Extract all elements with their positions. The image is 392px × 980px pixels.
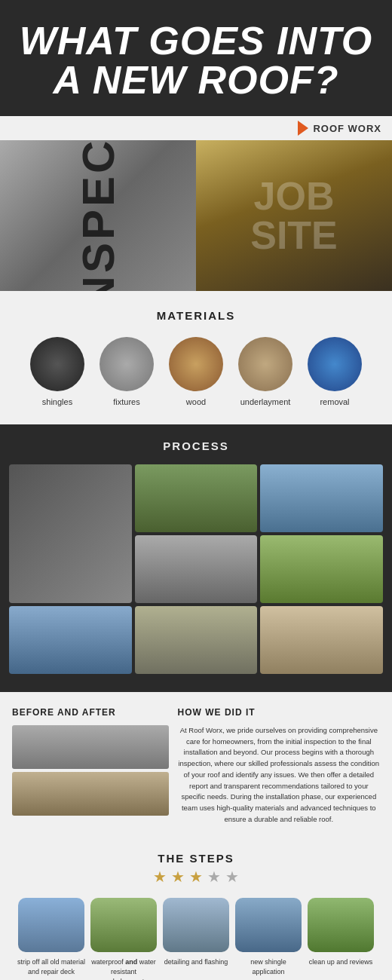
- step-4: new shingle application: [234, 898, 302, 980]
- step-2: waterproof and water resistant underlaym…: [90, 898, 158, 980]
- materials-section: MATERIALS shingles fixtures wood underla…: [0, 291, 392, 424]
- fixtures-circle: [100, 337, 154, 391]
- process-cell-3: [260, 464, 383, 532]
- process-title: PROCESS: [9, 439, 383, 452]
- fixtures-label: fixtures: [113, 397, 139, 406]
- split-section: BEFORE AND AFTER HOW WE DID IT At Roof W…: [0, 692, 392, 840]
- inspect-left-panel: INSPECT: [0, 140, 196, 291]
- before-after-images: [12, 725, 169, 816]
- star-3: ★: [189, 868, 203, 886]
- material-removal: removal: [308, 337, 362, 406]
- inspect-right-text: JOBSITE: [250, 176, 338, 255]
- materials-title: MATERIALS: [15, 309, 377, 322]
- how-we-did-text: At Roof Worx, we pride ourselves on prov…: [178, 725, 380, 825]
- before-after-panel: BEFORE AND AFTER: [12, 707, 178, 825]
- step-3-label: detailing and flashing: [164, 957, 228, 967]
- process-section: PROCESS: [0, 424, 392, 692]
- process-cell-2: [135, 464, 258, 532]
- inspect-label: INSPECT: [72, 140, 124, 291]
- inspect-right-panel: JOBSITE: [196, 140, 392, 291]
- wood-circle: [169, 337, 223, 391]
- step-3: detailing and flashing: [162, 898, 230, 980]
- removal-label: removal: [320, 397, 349, 406]
- before-after-title: BEFORE AND AFTER: [12, 707, 169, 718]
- after-image: [12, 772, 169, 816]
- process-grid: [9, 464, 383, 677]
- header-title: What Goes Into A New Roof?: [15, 21, 377, 100]
- step-2-label: waterproof and water resistant underlaym…: [90, 957, 158, 980]
- how-we-did-title: HOW WE DID IT: [178, 707, 380, 718]
- steps-section: THE STEPS ★ ★ ★ ★ ★ strip off all old ma…: [0, 840, 392, 980]
- process-cell-7: [135, 606, 258, 674]
- material-fixtures: fixtures: [100, 337, 154, 406]
- star-4: ★: [207, 868, 221, 886]
- process-cell-4: [135, 535, 258, 603]
- materials-row: shingles fixtures wood underlayment remo…: [15, 337, 377, 406]
- brand-bar: ROOF WORX: [0, 116, 392, 140]
- star-2: ★: [171, 868, 185, 886]
- brand-slash-icon: [298, 121, 308, 136]
- step-4-image: [235, 898, 302, 952]
- step-1: strip off all old material and repair de…: [17, 898, 85, 980]
- material-underlayment: underlayment: [238, 337, 292, 406]
- material-wood: wood: [169, 337, 223, 406]
- step-2-image: [90, 898, 157, 952]
- underlayment-label: underlayment: [240, 397, 291, 406]
- stars-row: ★ ★ ★ ★ ★: [8, 868, 384, 886]
- star-5: ★: [225, 868, 239, 886]
- step-4-label: new shingle application: [234, 957, 302, 976]
- brand-name: ROOF WORX: [313, 123, 381, 134]
- star-1: ★: [153, 868, 167, 886]
- header: What Goes Into A New Roof?: [0, 0, 392, 116]
- before-image: [12, 725, 169, 769]
- step-5-label: clean up and reviews: [309, 957, 373, 967]
- process-cell-8: [260, 606, 383, 674]
- step-1-image: [18, 898, 84, 952]
- step-1-label: strip off all old material and repair de…: [17, 957, 85, 976]
- underlayment-circle: [238, 337, 292, 391]
- step-5-image: [308, 898, 374, 952]
- step-5: clean up and reviews: [307, 898, 375, 980]
- material-shingles: shingles: [30, 337, 84, 406]
- inspect-section: INSPECT JOBSITE: [0, 140, 392, 291]
- shingles-label: shingles: [42, 397, 72, 406]
- shingles-circle: [30, 337, 84, 391]
- process-cell-1: [9, 464, 132, 603]
- process-cell-5: [260, 535, 383, 603]
- step-3-image: [163, 898, 229, 952]
- wood-label: wood: [186, 397, 206, 406]
- process-cell-6: [9, 606, 132, 674]
- removal-circle: [308, 337, 362, 391]
- steps-row: strip off all old material and repair de…: [8, 898, 384, 980]
- steps-title: THE STEPS: [8, 852, 384, 865]
- how-we-did-panel: HOW WE DID IT At Roof Worx, we pride our…: [178, 707, 380, 825]
